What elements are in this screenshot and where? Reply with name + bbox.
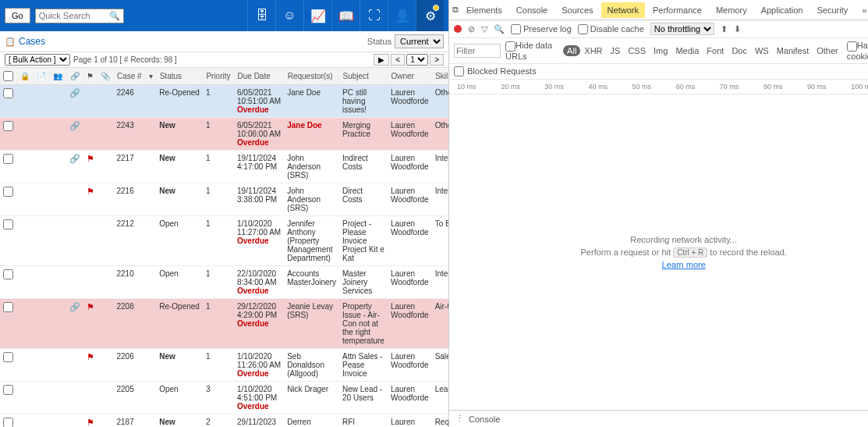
tab-application[interactable]: Application [755,2,810,18]
col-subject[interactable]: Subject [339,68,388,85]
case-due: 6/05/202110:51:00 AMOverdue [234,85,284,118]
col-case[interactable]: Case # [114,68,146,85]
case-due: 1/10/202011:27:00 AMOverdue [234,216,284,266]
bulk-action-select[interactable]: [ Bulk Action ] [5,54,70,66]
select-all-checkbox[interactable] [3,71,13,81]
upload-icon[interactable]: ⬆ [721,24,728,34]
table-row[interactable]: 🔗⚑2208Re-Opened129/12/20204:29:00 PMOver… [0,299,448,349]
status-select[interactable]: Current [395,34,444,48]
table-row[interactable]: ⚑2187New229/11/20231:33:34 AMDerren Fran… [0,415,448,428]
table-row[interactable]: 🔗2243New16/05/202110:06:00 AMOverdueJane… [0,118,448,151]
go-button[interactable]: Go [5,8,30,23]
blocked-cookies-toggle[interactable]: Has blocked cookies [847,41,868,61]
col-status[interactable]: Status [156,68,203,85]
table-row[interactable]: ⚑2206New11/10/202011:26:00 AMOverdueSeb … [0,349,448,382]
inspect-icon[interactable]: ⧉ [452,5,459,15]
col-skill[interactable]: Skill Grou [432,68,448,85]
col-due[interactable]: Due Date [234,68,284,85]
filter-type-manifest[interactable]: Manifest [773,45,813,56]
table-row[interactable]: 2205Open31/10/20204:51:00 PMOverdueNick … [0,382,448,415]
play-button[interactable]: ▶ [374,54,389,66]
col-sort-icon[interactable]: ▾ [145,68,156,85]
filter-type-ws[interactable]: WS [751,45,773,56]
case-status: New [156,349,203,382]
table-row[interactable]: 🔗⚑2217New119/11/20244:17:00 PMJohn Ander… [0,151,448,183]
filter-type-media[interactable]: Media [671,45,703,56]
case-subject: PC still having issues! [339,85,388,118]
page-select[interactable]: 1 [406,54,428,66]
row-checkbox[interactable] [3,302,13,312]
case-subject: Property Issue - Air-Con not at the righ… [339,299,388,349]
case-number: 2205 [114,382,146,415]
flag-icon: ⚑ [87,154,94,163]
tabs-overflow[interactable]: » [856,2,868,18]
row-checkbox[interactable] [3,187,13,197]
learn-more-link[interactable]: Learn more [662,260,706,269]
console-menu-icon[interactable]: ⋮ [455,414,464,424]
link-icon: 🔗 [69,121,80,130]
filter-type-doc[interactable]: Doc [728,45,751,56]
table-row[interactable]: ⚑2216New119/11/20243:38:00 PMJohn Anders… [0,183,448,216]
row-checkbox[interactable] [3,352,13,362]
disable-cache-toggle[interactable]: Disable cache [578,24,644,34]
tab-sources[interactable]: Sources [555,2,599,18]
case-skill: Air-Con [432,299,448,349]
book-icon[interactable]: 📖 [331,0,360,31]
row-checkbox[interactable] [3,88,13,98]
download-icon[interactable]: ⬇ [734,24,741,34]
prev-page-button[interactable]: < [391,54,405,66]
network-toolbar: ⊘ ▽ 🔍 Preserve log Disable cache No thro… [449,20,868,38]
face-icon[interactable]: ☺ [275,0,303,31]
db-icon[interactable]: 🗄 [247,0,275,31]
filter-type-other[interactable]: Other [813,45,842,56]
search-icon-dt[interactable]: 🔍 [494,24,505,34]
col-priority[interactable]: Priority [203,68,234,85]
search-input[interactable] [39,11,109,20]
case-number: 2208 [114,299,146,349]
user-icon[interactable]: 👤 [388,0,416,31]
blocked-requests-toggle[interactable]: Blocked Requests [449,64,868,80]
row-checkbox[interactable] [3,154,13,164]
hint-text: Perform a request or hit Ctrl + R to rec… [581,247,787,257]
table-row[interactable]: 2210Open122/10/20208:34:00 AMOverdueAcco… [0,266,448,299]
filter-type-css[interactable]: CSS [624,45,650,56]
tab-security[interactable]: Security [810,2,854,18]
expand-icon[interactable]: ⛶ [360,0,388,31]
settings-icon[interactable]: ⚙ [416,0,444,31]
row-checkbox[interactable] [3,219,13,230]
tab-elements[interactable]: Elements [460,2,508,18]
preserve-log-toggle[interactable]: Preserve log [511,24,572,34]
row-checkbox[interactable] [3,269,13,279]
hide-data-urls-toggle[interactable]: Hide data URLs [505,41,558,61]
filter-type-all[interactable]: All [563,45,580,56]
search-icon[interactable]: 🔍 [109,11,120,21]
throttle-select[interactable]: No throttling [650,23,714,35]
table-row[interactable]: 2212Open11/10/202011:27:00 AMOverdueJenn… [0,216,448,266]
filter-input[interactable] [454,44,501,58]
filter-type-js[interactable]: JS [607,45,625,56]
chart-icon[interactable]: 📈 [303,0,331,31]
row-checkbox[interactable] [3,121,13,131]
console-drawer[interactable]: ⋮ Console ✕ [449,410,868,427]
tab-console[interactable]: Console [510,2,554,18]
row-checkbox[interactable] [3,385,13,395]
row-checkbox[interactable] [3,418,13,427]
filter-icon[interactable]: ▽ [481,24,487,34]
tab-memory[interactable]: Memory [710,2,753,18]
tab-network[interactable]: Network [601,2,645,18]
table-row[interactable]: 🔗2246Re-Opened16/05/202110:51:00 AMOverd… [0,85,448,118]
filter-type-img[interactable]: Img [650,45,671,56]
next-page-button[interactable]: > [430,54,444,66]
quick-search[interactable]: 🔍 [35,9,124,23]
col-owner[interactable]: Owner [388,68,432,85]
filter-type-xhr[interactable]: XHR [580,45,606,56]
case-due: 19/11/20243:38:00 PM [234,183,284,216]
col-requestor[interactable]: Requestor(s) [284,68,339,85]
clear-icon[interactable]: ⊘ [468,24,475,34]
case-skill: Internal R [432,183,448,216]
link-icon: 🔗 [69,88,80,98]
filter-type-font[interactable]: Font [703,45,728,56]
record-button[interactable] [454,25,462,33]
tab-performance[interactable]: Performance [647,2,708,18]
case-priority: 1 [203,85,234,118]
